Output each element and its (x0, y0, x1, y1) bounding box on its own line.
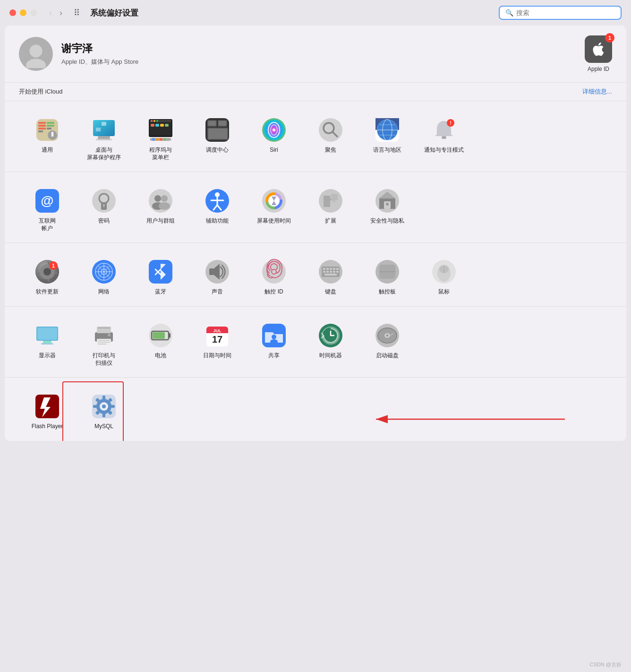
svg-rect-21 (150, 120, 171, 122)
pref-security[interactable]: 安全性与隐私 (359, 181, 416, 238)
pref-touchid[interactable]: 触控 ID (246, 252, 302, 302)
svg-text:!: ! (450, 121, 451, 126)
pref-general[interactable]: 通用 (19, 111, 76, 167)
svg-rect-20 (150, 120, 171, 135)
close-button[interactable] (9, 9, 16, 16)
pref-bluetooth[interactable]: 蓝牙 (132, 252, 189, 302)
timemachine-icon (317, 322, 344, 349)
svg-rect-3 (38, 122, 46, 124)
pref-startup[interactable]: 启动磁盘 (359, 316, 416, 372)
minimize-button[interactable] (20, 9, 26, 16)
section-3: 1 软件更新 (5, 242, 626, 306)
apple-id-badge: 1 (605, 33, 614, 43)
screentime-label: 屏幕使用时间 (257, 217, 291, 225)
svg-point-30 (152, 138, 155, 141)
svg-point-0 (30, 45, 43, 58)
pref-sharing[interactable]: 共享 (246, 316, 302, 372)
trackpad-label: 触控板 (379, 288, 396, 296)
pref-sound[interactable]: 声音 (189, 252, 246, 302)
svg-rect-9 (47, 128, 51, 129)
search-box[interactable]: 🔍 (499, 6, 622, 20)
flashplayer-icon (34, 393, 61, 420)
pref-passwords[interactable]: 密码 (76, 181, 132, 238)
security-label: 安全性与隐私 (370, 217, 404, 225)
desktop-icon (90, 116, 118, 144)
notification-label: 通知与专注模式 (424, 146, 464, 154)
avatar[interactable] (19, 37, 53, 71)
titlebar: ‹ › ⠿ 系统偏好设置 🔍 (0, 0, 631, 26)
pref-users[interactable]: 用户与群组 (132, 181, 189, 238)
section-4: 显示器 打印机与扫描仪 (5, 306, 626, 377)
users-icon (147, 187, 174, 215)
pref-network[interactable]: 网络 (76, 252, 132, 302)
pref-language[interactable]: 语言与地区 (359, 111, 416, 167)
back-button[interactable]: ‹ (46, 8, 55, 18)
svg-rect-25 (151, 124, 154, 127)
svg-rect-4 (38, 125, 46, 127)
svg-rect-168 (102, 413, 105, 417)
users-label: 用户与群组 (146, 217, 175, 225)
icloud-text: 开始使用 iCloud (19, 87, 62, 96)
pref-dock[interactable]: 程序坞与菜单栏 (132, 111, 189, 167)
user-name: 谢宇泽 (61, 42, 138, 56)
apple-id-section[interactable]: 1 Apple ID (585, 35, 612, 72)
svg-point-1 (26, 59, 46, 69)
svg-point-45 (319, 118, 342, 142)
svg-point-83 (319, 189, 342, 213)
timemachine-label: 时间机器 (319, 352, 342, 360)
user-subtitle: Apple ID、媒体与 App Store (61, 58, 138, 66)
pref-softwareupdate[interactable]: 1 软件更新 (19, 252, 76, 302)
pref-printers[interactable]: 打印机与扫描仪 (76, 316, 132, 372)
pref-displays[interactable]: 显示器 (19, 316, 76, 372)
svg-point-22 (151, 120, 153, 122)
grid-view-button[interactable]: ⠿ (71, 7, 83, 19)
icloud-details-link[interactable]: 详细信息... (582, 87, 612, 96)
pref-mouse[interactable]: 鼠标 (416, 252, 472, 302)
touchid-label: 触控 ID (264, 288, 283, 296)
notification-icon: ! (430, 116, 458, 144)
general-icon (34, 116, 61, 144)
pref-desktop[interactable]: 桌面与屏幕保护程序 (76, 111, 132, 167)
pref-trackpad[interactable]: 触控板 (359, 252, 416, 302)
trackpad-icon (374, 258, 401, 285)
svg-rect-113 (330, 268, 332, 270)
section-5: Flash Player (5, 377, 626, 441)
pref-battery[interactable]: 电池 (132, 316, 189, 372)
apple-id-icon[interactable]: 1 (585, 35, 612, 63)
pref-extensions[interactable]: 扩展 (302, 181, 359, 238)
keyboard-label: 键盘 (325, 288, 336, 296)
pref-keyboard[interactable]: 键盘 (302, 252, 359, 302)
bluetooth-icon (147, 258, 174, 285)
pref-mysql[interactable]: MySQL (76, 387, 132, 436)
pref-datetime[interactable]: JUL 17 日期与时间 (189, 316, 246, 372)
pref-mission[interactable]: 调度中心 (189, 111, 246, 167)
svg-rect-120 (336, 271, 339, 273)
pref-screentime[interactable]: 屏幕使用时间 (246, 181, 302, 238)
forward-button[interactable]: › (57, 8, 65, 18)
pref-notification[interactable]: ! 通知与专注模式 (416, 111, 472, 167)
sharing-icon (260, 322, 288, 349)
apple-id-label: Apple ID (588, 66, 609, 72)
svg-rect-26 (155, 124, 159, 127)
pref-internet[interactable]: @ 互联网帐户 (19, 181, 76, 238)
spotlight-icon (317, 116, 344, 144)
search-input[interactable] (516, 9, 615, 17)
pref-timemachine[interactable]: 时间机器 (302, 316, 359, 372)
softwareupdate-icon: 1 (34, 258, 61, 285)
pref-spotlight[interactable]: 聚焦 (302, 111, 359, 167)
printers-icon (90, 322, 118, 349)
passwords-icon (90, 187, 118, 215)
dock-label: 程序坞与菜单栏 (149, 146, 172, 161)
user-info: 谢宇泽 Apple ID、媒体与 App Store (61, 42, 138, 66)
pref-siri[interactable]: Siri (246, 111, 302, 167)
svg-rect-6 (38, 130, 43, 132)
language-label: 语言与地区 (373, 146, 401, 154)
pref-flashplayer[interactable]: Flash Player (19, 387, 76, 436)
section-1: 通用 (5, 101, 626, 172)
maximize-button[interactable] (30, 9, 37, 16)
svg-rect-118 (330, 271, 332, 273)
mouse-icon (430, 258, 458, 285)
pref-accessibility[interactable]: 辅助功能 (189, 181, 246, 238)
svg-rect-111 (323, 268, 325, 270)
svg-point-152 (272, 335, 276, 339)
